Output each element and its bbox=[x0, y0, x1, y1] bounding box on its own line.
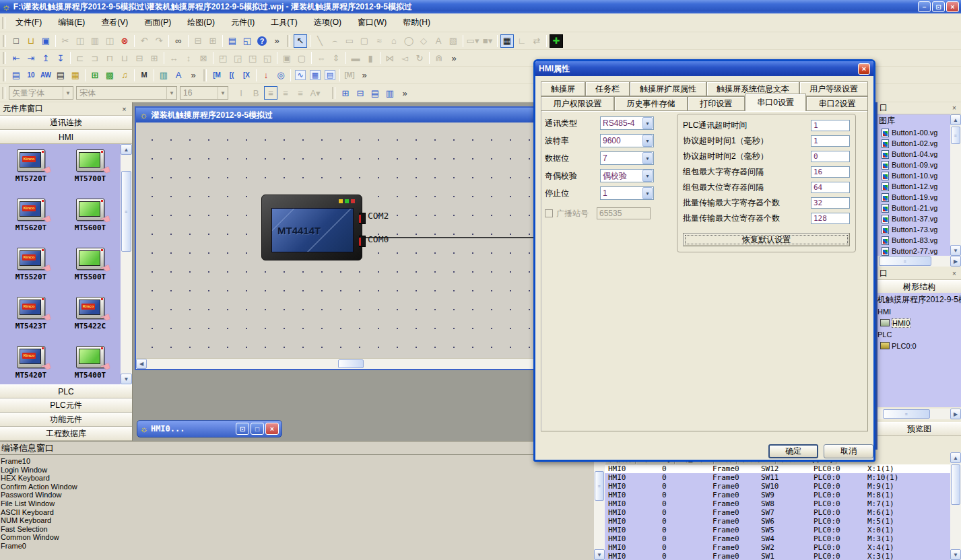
text-library-icon[interactable]: ▤ bbox=[9, 69, 23, 82]
cut-icon[interactable]: ✂ bbox=[59, 34, 72, 48]
restore-button[interactable]: ⊡ bbox=[932, 1, 945, 12]
bring-forward-icon[interactable]: ◰ bbox=[216, 51, 230, 65]
gallery-file-item[interactable]: Button1-83.vg bbox=[877, 235, 961, 246]
font-size-combo[interactable]: 16 ▼ bbox=[180, 86, 228, 100]
grid-toggle-icon[interactable]: ▦ bbox=[500, 34, 514, 48]
serial-setting-combo[interactable]: 7 ▼ bbox=[600, 151, 654, 165]
device-thumbnail[interactable]: Kinco ☚ MT5400T bbox=[61, 342, 120, 384]
scroll-down-button[interactable]: ▼ bbox=[950, 245, 961, 256]
space-horizontal-icon[interactable]: ⇔ bbox=[314, 51, 328, 65]
simulate-icon[interactable]: ◎ bbox=[274, 69, 288, 82]
vertical-scrollbar[interactable]: ▲ ≡ ▼ bbox=[950, 114, 961, 256]
state-copy-icon[interactable]: ▥ bbox=[383, 86, 397, 100]
state-add-icon[interactable]: ⊞ bbox=[339, 86, 352, 100]
library-section-button[interactable]: PLC元件 bbox=[0, 398, 132, 413]
nudge-down-icon[interactable]: ↧ bbox=[54, 51, 67, 65]
rect-tool-icon[interactable]: ▭ bbox=[343, 34, 356, 48]
scrollbar-thumb[interactable]: ≡ bbox=[951, 127, 960, 144]
gallery-file-item[interactable]: Button2-77.vg bbox=[877, 246, 961, 256]
broadcast-checkbox[interactable] bbox=[545, 209, 553, 217]
vertical-scrollbar[interactable]: ▲ ▼ bbox=[950, 452, 961, 560]
scroll-down-button[interactable]: ▼ bbox=[594, 549, 605, 560]
table-row[interactable]: HMI0 0 Frame0 SW8 PLC0:0 M:7(1) bbox=[605, 499, 950, 508]
bring-to-front-icon[interactable]: ◳ bbox=[246, 51, 259, 65]
text-align-left-button[interactable]: ≡ bbox=[264, 86, 277, 100]
help-icon[interactable]: ? bbox=[255, 34, 269, 48]
device-thumbnail[interactable]: Kinco ☚ MT5700T bbox=[61, 145, 120, 195]
scroll-up-button[interactable]: ▲ bbox=[950, 114, 961, 125]
library-section-button[interactable]: HMI bbox=[0, 130, 132, 144]
select-tool-icon[interactable]: ↖ bbox=[294, 34, 307, 48]
flip-vertical-icon[interactable]: ◅ bbox=[398, 51, 411, 65]
table-row[interactable]: HMI0 0 Frame0 SW10 PLC0:0 M:9(1) bbox=[605, 482, 950, 491]
horizontal-scrollbar[interactable]: ≡ ▶ bbox=[877, 256, 961, 267]
scrollbar-thumb[interactable]: ≡ bbox=[879, 256, 931, 266]
table-row[interactable]: HMI0 0 Frame0 SW12 PLC0:0 X:1(1) bbox=[605, 464, 950, 473]
serial-setting-combo[interactable]: 偶校验 ▼ bbox=[600, 169, 654, 182]
same-width-icon[interactable]: ↔ bbox=[167, 51, 180, 65]
table-row[interactable]: HMI0 0 Frame0 SW1 PLC0:0 X:3(1) bbox=[605, 552, 950, 560]
arc-tool-icon[interactable]: ⌢ bbox=[328, 34, 341, 48]
device-thumbnail[interactable]: Kinco ☚ MT5422C bbox=[61, 293, 120, 342]
gallery-file-item[interactable]: Button1-02.vg bbox=[877, 138, 961, 149]
font-color-button[interactable]: A▾ bbox=[308, 86, 322, 100]
compile-message-line[interactable]: Confirm Action Window bbox=[1, 483, 594, 491]
gallery-file-item[interactable]: Button1-19.vg bbox=[877, 192, 961, 203]
vertical-scrollbar[interactable]: ▲ ≡ ▼ bbox=[121, 144, 132, 384]
paste-icon[interactable]: ▥ bbox=[88, 34, 102, 48]
refresh-icon[interactable]: ⇄ bbox=[530, 34, 543, 48]
serial-setting-combo[interactable]: RS485-4 ▼ bbox=[600, 116, 654, 130]
line-tool-icon[interactable]: ╲ bbox=[313, 34, 327, 48]
compile-all-icon[interactable]: [( bbox=[225, 69, 238, 82]
ruler-vertical-icon[interactable]: ▮ bbox=[364, 51, 377, 65]
delete-icon[interactable]: ⊗ bbox=[118, 34, 131, 48]
compile-message-line[interactable]: File List Window bbox=[1, 499, 594, 508]
gallery-file-item[interactable]: Button1-09.vg bbox=[877, 160, 961, 170]
scroll-up-button[interactable]: ▲ bbox=[950, 452, 961, 463]
table-row[interactable]: HMI0 0 Frame0 SW4 PLC0:0 M:3(1) bbox=[605, 534, 950, 543]
send-to-back-icon[interactable]: ◱ bbox=[261, 51, 274, 65]
gallery-file-item[interactable]: Button1-00.vg bbox=[877, 127, 961, 138]
tag-library-icon[interactable]: ▤ bbox=[54, 69, 67, 82]
tree-node[interactable]: HMI0 bbox=[877, 317, 961, 328]
device-thumbnail[interactable]: Kinco ☚ MT5720T bbox=[1, 145, 61, 195]
compile-message-line[interactable]: Fast Selection bbox=[1, 525, 594, 534]
diamond-tool-icon[interactable]: ◇ bbox=[417, 34, 430, 48]
snap-icon[interactable]: ∟ bbox=[515, 34, 529, 48]
menu-item[interactable]: 查看(V) bbox=[94, 15, 135, 30]
device-thumbnail[interactable]: Kinco ☚ MT5423T bbox=[1, 293, 61, 342]
compile-message-line[interactable]: HEX Keyboard bbox=[1, 474, 594, 483]
nudge-up-icon[interactable]: ↥ bbox=[39, 51, 53, 65]
menu-item[interactable]: 绘图(D) bbox=[180, 15, 222, 30]
dialog-tab[interactable]: 触摸屏扩展属性 bbox=[630, 81, 706, 96]
maximize-button[interactable]: □ bbox=[251, 423, 264, 435]
table-row[interactable]: HMI0 0 Frame0 SW11 PLC0:0 M:10(1) bbox=[605, 473, 950, 482]
dialog-tab[interactable]: 打印设置 bbox=[688, 96, 745, 111]
serial-setting-combo[interactable]: 1 ▼ bbox=[600, 186, 654, 200]
copy-icon[interactable]: ◫ bbox=[73, 34, 87, 48]
dialog-tab[interactable]: 串口0设置 bbox=[745, 94, 807, 111]
menu-item[interactable]: 工具(T) bbox=[264, 15, 304, 30]
ok-button[interactable]: 确定 bbox=[768, 444, 818, 458]
same-size-icon[interactable]: ⊠ bbox=[197, 51, 210, 65]
toolbar-overflow-icon[interactable]: » bbox=[358, 69, 371, 82]
database-build-icon[interactable]: ▦ bbox=[69, 69, 82, 82]
transform-icon[interactable]: ✚ bbox=[550, 34, 563, 48]
scrollbar-thumb[interactable]: ≡ bbox=[883, 409, 930, 419]
graphic-library-icon[interactable]: ▩ bbox=[103, 69, 117, 82]
same-height-icon[interactable]: ↕ bbox=[182, 51, 195, 65]
ungroup-icon[interactable]: ▢ bbox=[295, 51, 308, 65]
align-top-icon[interactable]: ⊓ bbox=[103, 51, 117, 65]
menu-item[interactable]: 选项(O) bbox=[307, 15, 348, 30]
decompile-icon[interactable]: [X bbox=[240, 69, 253, 82]
add-graphic-icon[interactable]: ⊞ bbox=[88, 69, 102, 82]
menu-item[interactable]: 画面(P) bbox=[137, 15, 178, 30]
italic-button[interactable]: I bbox=[234, 86, 248, 100]
lock-icon[interactable]: ⋒ bbox=[432, 51, 446, 65]
offline-simulate-icon[interactable]: [M] bbox=[343, 69, 356, 82]
plc-parameter-input[interactable]: 0 bbox=[811, 151, 850, 162]
close-icon[interactable]: × bbox=[950, 104, 959, 112]
plc-parameter-input[interactable]: 1 bbox=[811, 135, 850, 147]
device-thumbnail[interactable]: Kinco ☚ MT5420T bbox=[1, 342, 61, 384]
table-row[interactable]: HMI0 0 Frame0 SW6 PLC0:0 M:5(1) bbox=[605, 517, 950, 526]
